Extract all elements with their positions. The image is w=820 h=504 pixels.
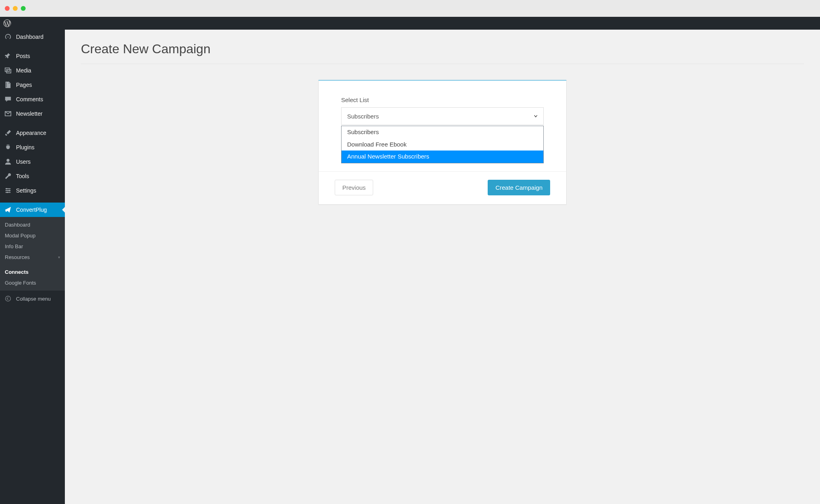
- wrench-icon: [4, 172, 12, 180]
- submenu-item[interactable]: Modal Popup: [0, 230, 65, 241]
- sidebar-item-dashboard[interactable]: Dashboard: [0, 30, 65, 44]
- sidebar-item-label: Media: [16, 67, 31, 74]
- submenu-item[interactable]: Info Bar: [0, 241, 65, 252]
- sidebar-item-posts[interactable]: Posts: [0, 49, 65, 63]
- sidebar-item-label: Users: [16, 159, 31, 165]
- dropdown-option[interactable]: Download Free Ebook: [342, 139, 543, 151]
- plug-icon: [4, 143, 12, 151]
- sidebar-item-label: Plugins: [16, 144, 34, 151]
- create-campaign-button[interactable]: Create Campaign: [488, 180, 550, 195]
- submenu-item-label: Google Fonts: [5, 280, 36, 286]
- sidebar-item-label: Newsletter: [16, 110, 42, 117]
- sidebar-item-comments[interactable]: Comments: [0, 92, 65, 106]
- brush-icon: [4, 129, 12, 137]
- sliders-icon: [4, 187, 12, 195]
- window-minimize-dot[interactable]: [13, 6, 18, 11]
- sidebar-item-label: Settings: [16, 187, 36, 194]
- dropdown-option[interactable]: Subscribers: [342, 126, 543, 139]
- window-zoom-dot[interactable]: [21, 6, 26, 11]
- select-list-value: Subscribers: [347, 113, 379, 120]
- submenu-item-label: Modal Popup: [5, 233, 36, 239]
- chevron-down-icon: [533, 113, 539, 119]
- sidebar-item-label: ConvertPlug: [16, 207, 47, 213]
- submenu-item[interactable]: Google Fonts: [0, 277, 65, 288]
- select-list-label: Select List: [341, 96, 544, 103]
- wp-admin-bar: [0, 17, 820, 30]
- collapse-menu-label: Collapse menu: [16, 296, 51, 302]
- sidebar-item-newsletter[interactable]: Newsletter: [0, 106, 65, 121]
- svg-point-5: [6, 296, 11, 301]
- sidebar-item-pages[interactable]: Pages: [0, 78, 65, 92]
- media-icon: [4, 66, 12, 74]
- submenu-item-label: Info Bar: [5, 243, 23, 249]
- sidebar-item-label: Comments: [16, 96, 43, 102]
- window-close-dot[interactable]: [5, 6, 10, 11]
- sidebar-item-label: Tools: [16, 173, 29, 179]
- sidebar-item-label: Appearance: [16, 130, 46, 136]
- submenu-item[interactable]: Resources▾: [0, 252, 65, 263]
- paperplane-icon: [4, 206, 12, 214]
- previous-button[interactable]: Previous: [335, 180, 373, 195]
- wordpress-logo-icon[interactable]: [3, 19, 11, 27]
- mail-icon: [4, 110, 12, 118]
- card-footer: Previous Create Campaign: [319, 171, 566, 204]
- svg-point-2: [6, 188, 8, 190]
- page-title: Create New Campaign: [81, 42, 804, 56]
- sidebar-item-plugins[interactable]: Plugins: [0, 140, 65, 155]
- mac-titlebar: [0, 0, 820, 17]
- convertplug-submenu: DashboardModal PopupInfo BarResources▾Co…: [0, 217, 65, 291]
- submenu-item[interactable]: Dashboard: [0, 219, 65, 230]
- submenu-item[interactable]: Connects: [0, 267, 65, 277]
- pin-icon: [4, 52, 12, 60]
- title-divider: [81, 64, 804, 64]
- svg-point-1: [6, 159, 9, 162]
- select-list-options: SubscribersDownload Free EbookAnnual New…: [341, 126, 544, 163]
- user-icon: [4, 158, 12, 166]
- submenu-item-label: Connects: [5, 269, 28, 275]
- select-list-dropdown[interactable]: Subscribers: [341, 107, 544, 125]
- sidebar-item-label: Posts: [16, 53, 30, 59]
- svg-point-3: [9, 190, 10, 191]
- comment-icon: [4, 95, 12, 103]
- sidebar-item-convertplug[interactable]: ConvertPlug: [0, 203, 65, 217]
- sidebar-item-users[interactable]: Users: [0, 155, 65, 169]
- campaign-card: Select List Subscribers SubscribersDownl…: [318, 80, 567, 205]
- sidebar-item-label: Pages: [16, 82, 32, 88]
- sidebar-item-appearance[interactable]: Appearance: [0, 126, 65, 140]
- svg-point-0: [7, 70, 8, 71]
- admin-sidebar: DashboardPostsMediaPagesCommentsNewslett…: [0, 30, 65, 504]
- main-content: Create New Campaign Select List Subscrib…: [65, 30, 820, 504]
- sidebar-item-media[interactable]: Media: [0, 63, 65, 78]
- pages-icon: [4, 81, 12, 89]
- sidebar-item-settings[interactable]: Settings: [0, 183, 65, 198]
- dashboard-icon: [4, 33, 12, 41]
- submenu-item-label: Dashboard: [5, 222, 30, 228]
- svg-point-4: [6, 192, 8, 193]
- submenu-item-label: Resources: [5, 254, 30, 260]
- sidebar-item-label: Dashboard: [16, 34, 44, 40]
- sidebar-item-tools[interactable]: Tools: [0, 169, 65, 183]
- dropdown-option[interactable]: Annual Newsletter Subscribers: [342, 151, 543, 163]
- caret-down-icon: ▾: [58, 255, 60, 259]
- collapse-menu-button[interactable]: Collapse menu: [0, 291, 65, 307]
- collapse-icon: [4, 295, 12, 303]
